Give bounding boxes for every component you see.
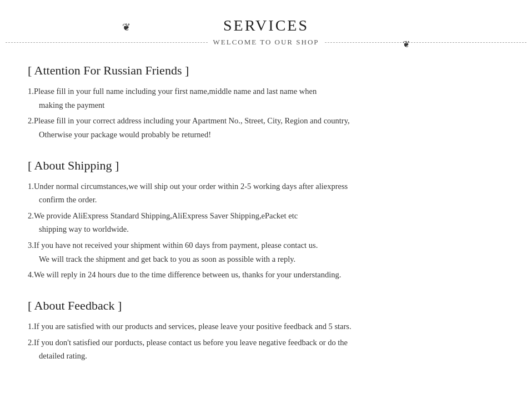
list-item-indent: detailed rating. [28, 349, 504, 363]
list-item-main: 1.Please fill in your full name includin… [28, 87, 317, 96]
shipping-list: 1.Under normal circumstances,we will shi… [28, 180, 504, 282]
list-item-main: 2.If you don't satisfied our porducts, p… [28, 338, 348, 347]
section-about-shipping: [ About Shipping ] 1.Under normal circum… [28, 158, 504, 282]
list-item-indent: making the payment [28, 98, 504, 112]
page-header: ❦ SERVICES WELCOME TO OUR SHOP ❦ [0, 11, 532, 47]
list-item-indent: We will track the shipment and get back … [28, 252, 504, 266]
heart-icon-right: ❦ [403, 39, 410, 49]
list-item-main: 4.We will reply in 24 hours due to the t… [28, 270, 341, 279]
header-subtitle: WELCOME TO OUR SHOP [213, 38, 319, 47]
list-item-indent: shipping way to worldwide. [28, 222, 504, 236]
dashed-line-right [325, 42, 527, 43]
list-item: 1.If you are satisfied with our products… [28, 320, 504, 334]
list-item: 1.Under normal circumstances,we will shi… [28, 180, 504, 207]
section-about-feedback: [ About Feedback ] 1.If you are satisfie… [28, 298, 504, 363]
list-item: 2.Please fill in your correct address in… [28, 114, 504, 141]
list-item-indent: Otherwise your package would probably be… [28, 128, 504, 142]
page-container: ❦ SERVICES WELCOME TO OUR SHOP ❦ [ Atten… [0, 0, 532, 407]
page-title: SERVICES [0, 17, 532, 34]
list-item-main: 3.If you have not received your shipment… [28, 241, 318, 250]
list-item: 1.Please fill in your full name includin… [28, 84, 504, 112]
feedback-list: 1.If you are satisfied with our products… [28, 320, 504, 363]
list-item-main: 1.If you are satisfied with our products… [28, 322, 352, 331]
section-russian-friends: [ Attention For Russian Friends ] 1.Plea… [28, 63, 504, 142]
main-content: [ Attention For Russian Friends ] 1.Plea… [0, 47, 532, 396]
heart-icon-left: ❦ [122, 21, 131, 33]
dashed-line-left [6, 42, 208, 43]
section-title-russian: [ Attention For Russian Friends ] [28, 63, 504, 78]
section-title-feedback: [ About Feedback ] [28, 298, 504, 313]
list-item-main: 2.Please fill in your correct address in… [28, 116, 350, 125]
list-item: 2.We provide AliExpress Standard Shippin… [28, 209, 504, 236]
list-item: 2.If you don't satisfied our porducts, p… [28, 336, 504, 363]
list-item: 4.We will reply in 24 hours due to the t… [28, 268, 504, 282]
list-item: 3.If you have not received your shipment… [28, 238, 504, 266]
section-title-shipping: [ About Shipping ] [28, 158, 504, 173]
list-item-main: 2.We provide AliExpress Standard Shippin… [28, 211, 298, 220]
list-item-main: 1.Under normal circumstances,we will shi… [28, 182, 348, 191]
russian-friends-list: 1.Please fill in your full name includin… [28, 84, 504, 142]
header-subtitle-row: WELCOME TO OUR SHOP [0, 38, 532, 47]
list-item-indent: confirm the order. [28, 193, 504, 207]
